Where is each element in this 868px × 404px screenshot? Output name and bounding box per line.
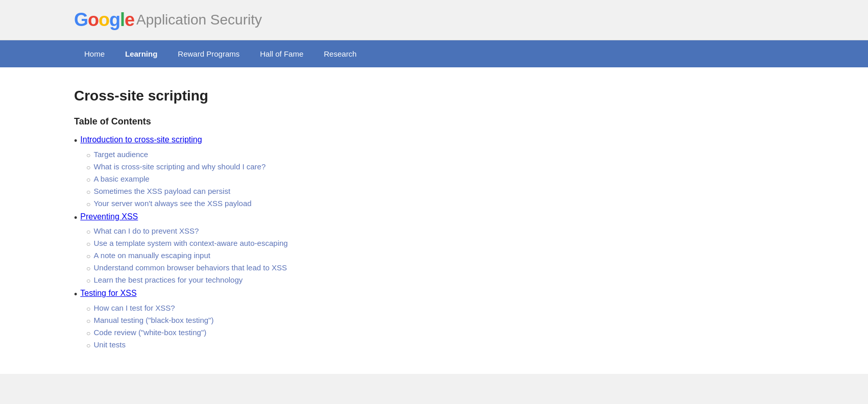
toc-sub-item: ○Use a template system with context-awar… <box>86 239 794 248</box>
toc-title: Table of Contents <box>74 116 794 127</box>
toc-sub-item: ○What can I do to prevent XSS? <box>86 226 794 236</box>
sub-bullet: ○ <box>86 264 90 272</box>
toc-sub-link[interactable]: Use a template system with context-aware… <box>93 239 287 247</box>
toc-sub-item: ○How can I test for XSS? <box>86 304 794 313</box>
nav-research[interactable]: Research <box>314 40 367 67</box>
toc-sub-link[interactable]: Target audience <box>93 150 148 159</box>
toc-sub-item: ○Code review ("white-box testing") <box>86 328 794 337</box>
toc-sub-link[interactable]: Sometimes the XSS payload can persist <box>93 187 230 195</box>
toc-list: •Introduction to cross-site scripting○Ta… <box>74 135 794 349</box>
toc-section-link[interactable]: Testing for XSS <box>80 289 136 298</box>
logo-area: Google Application Security <box>74 9 868 31</box>
toc-sub-link[interactable]: What can I do to prevent XSS? <box>93 226 199 235</box>
nav-home[interactable]: Home <box>74 40 115 67</box>
sub-bullet: ○ <box>86 240 90 248</box>
toc-section-link[interactable]: Preventing XSS <box>80 212 138 221</box>
bullet-dot: • <box>74 289 77 300</box>
toc-sub-item: ○Target audience <box>86 150 794 159</box>
toc-sub-link[interactable]: Code review ("white-box testing") <box>93 328 206 337</box>
nav-reward-programs[interactable]: Reward Programs <box>167 40 250 67</box>
nav-learning[interactable]: Learning <box>115 40 167 67</box>
toc-sub-link[interactable]: Unit tests <box>93 340 126 349</box>
sub-bullet: ○ <box>86 163 90 171</box>
sub-bullet: ○ <box>86 175 90 184</box>
sub-bullet: ○ <box>86 341 90 349</box>
toc-section: •Testing for XSS○How can I test for XSS?… <box>74 289 794 349</box>
navbar: Home Learning Reward Programs Hall of Fa… <box>0 40 868 67</box>
main-content: Cross-site scripting Table of Contents •… <box>0 67 868 374</box>
sub-bullet: ○ <box>86 188 90 196</box>
logo-g2: g <box>109 9 120 30</box>
sub-bullet: ○ <box>86 276 90 285</box>
logo-o1: o <box>88 9 99 30</box>
sub-bullet: ○ <box>86 252 90 260</box>
toc-sub-item: ○Manual testing ("black-box testing") <box>86 316 794 325</box>
nav-hall-of-fame[interactable]: Hall of Fame <box>250 40 314 67</box>
toc-sub-link[interactable]: Understand common browser behaviors that… <box>93 263 287 272</box>
sub-bullet: ○ <box>86 329 90 337</box>
logo-l: l <box>120 9 125 30</box>
toc-sub-link[interactable]: What is cross-site scripting and why sho… <box>93 162 266 171</box>
toc-sub-link[interactable]: A basic example <box>93 174 149 183</box>
sub-bullet: ○ <box>86 151 90 159</box>
toc-sub-link[interactable]: A note on manually escaping input <box>93 251 210 260</box>
bullet-dot: • <box>74 136 77 147</box>
toc-sub-item: ○Unit tests <box>86 340 794 349</box>
logo-o2: o <box>99 9 109 30</box>
google-logo: Google <box>74 9 134 31</box>
sub-bullet: ○ <box>86 317 90 325</box>
toc-sub-item: ○What is cross-site scripting and why sh… <box>86 162 794 171</box>
logo-g: G <box>74 9 88 30</box>
toc-section-link[interactable]: Introduction to cross-site scripting <box>80 135 202 144</box>
toc-sub-link[interactable]: Learn the best practices for your techno… <box>93 275 243 284</box>
toc-sub-item: ○Sometimes the XSS payload can persist <box>86 187 794 196</box>
toc-sub-item: ○Your server won't always see the XSS pa… <box>86 199 794 208</box>
sub-bullet: ○ <box>86 200 90 208</box>
toc-section: •Preventing XSS○What can I do to prevent… <box>74 212 794 285</box>
app-title: Application Security <box>136 12 262 28</box>
toc-sub-link[interactable]: Manual testing ("black-box testing") <box>93 316 213 324</box>
logo-e: e <box>125 9 134 30</box>
page-title: Cross-site scripting <box>74 88 794 104</box>
bullet-dot: • <box>74 213 77 224</box>
toc-sub-item: ○A note on manually escaping input <box>86 251 794 260</box>
toc-section: •Introduction to cross-site scripting○Ta… <box>74 135 794 208</box>
toc-sub-item: ○Learn the best practices for your techn… <box>86 275 794 285</box>
sub-bullet: ○ <box>86 228 90 236</box>
toc-sub-item: ○Understand common browser behaviors tha… <box>86 263 794 272</box>
toc-sub-link[interactable]: Your server won't always see the XSS pay… <box>93 199 251 208</box>
toc-sub-link[interactable]: How can I test for XSS? <box>93 304 175 312</box>
sub-bullet: ○ <box>86 305 90 313</box>
toc-sub-item: ○A basic example <box>86 174 794 184</box>
header: Google Application Security <box>0 0 868 40</box>
